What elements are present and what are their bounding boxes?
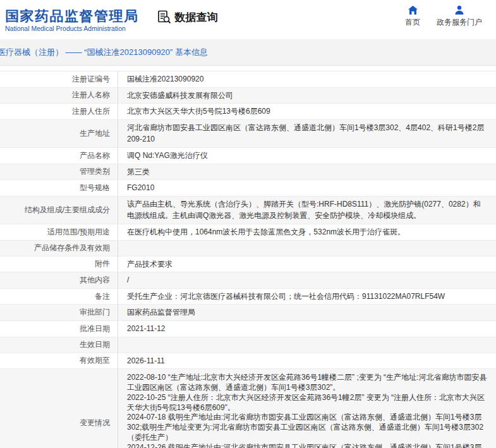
data-query-label: 数据查询 [175, 10, 218, 25]
row-value: 河北省廊坊市固安县工业园区南区（富达路东侧、通盛道北侧）车间1号楼3层302、4… [118, 120, 496, 147]
row-label: 注册证编号 [0, 71, 118, 87]
home-icon [408, 5, 418, 15]
row-value [118, 241, 496, 256]
table-row: 产品储存条件及有效期 [0, 241, 496, 257]
row-value: 该产品由主机、导光系统（含治疗头）、脚踏开关（型号:HRF-HD8S111）、激… [118, 197, 496, 224]
table-row: 有效期至 2026-11-11 [0, 353, 496, 370]
table-row: 产品名称 调Q Nd:YAG激光治疗仪 [0, 148, 496, 164]
nav-portal[interactable]: 政务服务门户 [437, 5, 482, 28]
table-row: 生效日期 [0, 337, 496, 353]
nav-home-label: 首页 [405, 17, 420, 28]
row-label: 附件 [0, 257, 118, 272]
table-row: 结构及组成/主要组成成分 该产品由主机、导光系统（含治疗头）、脚踏开关（型号:H… [0, 197, 496, 224]
row-value: 第三类 [118, 164, 496, 180]
row-label: 注册人名称 [0, 88, 118, 104]
data-query-tab[interactable]: 数据查询 [157, 9, 218, 25]
row-value: 北京安德盛威科技发展有限公司 [118, 88, 496, 104]
row-label: 批准日期 [0, 321, 118, 337]
row-value: 北京市大兴区天华大街5号院13号楼6层609 [118, 104, 496, 119]
table-row: 适用范围/预期用途 在医疗机构中使用，1064nm波长用于去除蓝黑色文身，532… [0, 224, 496, 241]
nmpa-logo[interactable]: 国家药品监督管理局 National Medical Products Admi… [5, 8, 139, 32]
row-label: 有效期至 [0, 353, 118, 369]
breadcrumb: 医疗器械（注册） —— “国械注准20213090920” 基本信息 [0, 47, 208, 58]
row-value: 国家药品监督管理局 [118, 305, 496, 320]
row-value: 国械注准20213090920 [118, 71, 496, 87]
nav-home[interactable]: 首页 [405, 5, 420, 28]
row-value: 2026-11-11 [118, 353, 496, 369]
table-row: 注册证编号 国械注准20213090920 [0, 71, 496, 88]
row-label: 备注 [0, 289, 118, 305]
table-row: 生产地址 河北省廊坊市固安县工业园区南区（富达路东侧、通盛道北侧）车间1号楼3层… [0, 120, 496, 148]
top-nav: 首页 政务服务门户 [405, 5, 482, 28]
nav-portal-label: 政务服务门户 [437, 17, 482, 28]
spacer [0, 66, 496, 71]
user-icon [454, 5, 464, 15]
breadcrumb-bar: 医疗器械（注册） —— “国械注准20213090920” 基本信息 [0, 39, 496, 66]
row-label: 变更情况 [0, 369, 118, 448]
registration-info-table: 注册证编号 国械注准20213090920 注册人名称 北京安德盛威科技发展有限… [0, 71, 496, 448]
row-label: 其他内容 [0, 272, 118, 288]
logo-subtitle: National Medical Products Administration [5, 25, 139, 32]
table-row: 批准日期 2021-11-12 [0, 321, 496, 337]
row-label: 审批部门 [0, 305, 118, 320]
row-label: 适用范围/预期用途 [0, 224, 118, 240]
row-label: 型号规格 [0, 180, 118, 196]
table-row: 其他内容 / [0, 272, 496, 289]
row-value: 2021-11-12 [118, 321, 496, 337]
row-value: FG2010 [118, 180, 496, 196]
row-value: / [118, 272, 496, 288]
document-search-icon [157, 9, 172, 25]
row-label: 注册人住所 [0, 104, 118, 119]
row-value [118, 337, 496, 353]
logo-title: 国家药品监督管理局 [5, 8, 139, 24]
table-row: 注册人住所 北京市大兴区天华大街5号院13号楼6层609 [0, 104, 496, 120]
table-row: 审批部门 国家药品监督管理局 [0, 305, 496, 321]
row-label: 产品储存条件及有效期 [0, 241, 118, 256]
table-row: 附件 产品技术要求 [0, 257, 496, 273]
row-label: 结构及组成/主要组成成分 [0, 197, 118, 224]
table-row: 管理类别 第三类 [0, 164, 496, 181]
row-value: 2022-08-10 “生产地址:北京市大兴经济开发区金苑路36号1幢楼二层” … [118, 369, 496, 448]
row-value: 受托生产企业：河北京德医疗器械科技有限公司；统一社会信用代码：91131022M… [118, 289, 496, 305]
row-value: 在医疗机构中使用，1064nm波长用于去除蓝黑色文身，532nm波长用于治疗雀斑… [118, 224, 496, 240]
row-label: 产品名称 [0, 148, 118, 164]
page-header: 国家药品监督管理局 National Medical Products Admi… [0, 0, 496, 39]
table-row: 型号规格 FG2010 [0, 180, 496, 197]
row-label: 生产地址 [0, 120, 118, 147]
table-row-change-history: 变更情况 2022-08-10 “生产地址:北京市大兴经济开发区金苑路36号1幢… [0, 369, 496, 448]
row-value: 调Q Nd:YAG激光治疗仪 [118, 148, 496, 164]
row-value: 产品技术要求 [118, 257, 496, 272]
table-row: 注册人名称 北京安德盛威科技发展有限公司 [0, 88, 496, 104]
row-label: 管理类别 [0, 164, 118, 180]
row-label: 生效日期 [0, 337, 118, 353]
table-row: 备注 受托生产企业：河北京德医疗器械科技有限公司；统一社会信用代码：911310… [0, 289, 496, 305]
